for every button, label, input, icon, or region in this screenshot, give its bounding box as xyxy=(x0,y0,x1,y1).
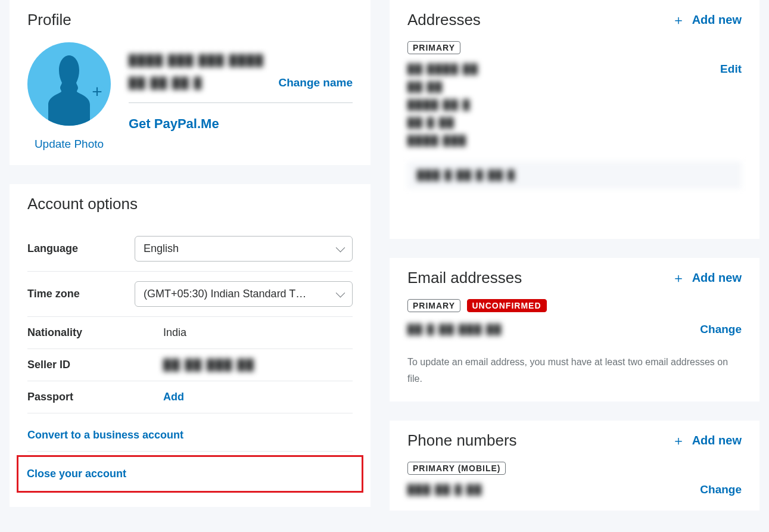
profile-heading: Profile xyxy=(27,11,353,29)
timezone-row: Time zone (GMT+05:30) Indian Standard T… xyxy=(27,272,353,317)
address-line: ████ ██ █ xyxy=(407,96,720,114)
phone-value: ███ ██ █ ██ xyxy=(407,484,482,495)
close-account-highlight: Close your account xyxy=(17,455,363,493)
plus-icon: ＋ xyxy=(672,11,685,29)
avatar[interactable]: + xyxy=(27,42,111,126)
address-edit-link[interactable]: Edit xyxy=(720,60,742,78)
phone-change-link[interactable]: Change xyxy=(700,483,742,496)
phone-primary-mobile-badge: PRIMARY (MOBILE) xyxy=(407,462,506,475)
passport-label: Passport xyxy=(27,391,135,403)
avatar-plus-icon[interactable]: + xyxy=(89,84,105,99)
timezone-select[interactable]: (GMT+05:30) Indian Standard T… xyxy=(135,281,353,307)
addresses-card: Addresses ＋ Add new PRIMARY ██ ████ ██ █… xyxy=(390,0,759,239)
email-unconfirmed-badge: UNCONFIRMED xyxy=(467,299,547,312)
add-new-label: Add new xyxy=(692,434,742,447)
get-paypalme-link[interactable]: Get PayPal.Me xyxy=(129,116,353,132)
address-line: ██ ████ ██ xyxy=(407,60,720,78)
convert-business-link[interactable]: Convert to a business account xyxy=(27,419,353,452)
plus-icon: ＋ xyxy=(672,432,685,450)
account-options-card: Account options Language English Time zo… xyxy=(10,184,371,507)
seller-id-label: Seller ID xyxy=(27,359,135,371)
nationality-row: Nationality India xyxy=(27,317,353,349)
add-new-label: Add new xyxy=(692,271,742,285)
seller-id-value: ██ ██ ███ ██ xyxy=(135,359,353,371)
address-line: ██ ██ xyxy=(407,78,720,96)
email-value: ██ █ ██ ███ ██ xyxy=(407,324,502,335)
addresses-heading: Addresses xyxy=(407,11,481,29)
phones-heading: Phone numbers xyxy=(407,431,517,450)
address-line: ████ ███ xyxy=(407,132,720,150)
address-line: ██ █ ██ xyxy=(407,114,720,132)
nationality-label: Nationality xyxy=(27,326,135,339)
add-new-label: Add new xyxy=(692,13,742,27)
phones-add-new[interactable]: ＋ Add new xyxy=(672,432,742,450)
passport-row: Passport Add xyxy=(27,381,353,413)
account-options-heading: Account options xyxy=(27,195,353,213)
emails-card: Email addresses ＋ Add new PRIMARY UNCONF… xyxy=(390,258,759,402)
seller-id-row: Seller ID ██ ██ ███ ██ xyxy=(27,349,353,381)
timezone-label: Time zone xyxy=(27,288,135,300)
nationality-value: India xyxy=(135,326,353,339)
addresses-add-new[interactable]: ＋ Add new xyxy=(672,11,742,29)
language-select[interactable]: English xyxy=(135,236,353,262)
passport-add-link[interactable]: Add xyxy=(135,391,184,403)
language-row: Language English xyxy=(27,226,353,272)
profile-card: Profile + Update Photo ████ ███ ███ ████… xyxy=(10,0,371,165)
emails-add-new[interactable]: ＋ Add new xyxy=(672,269,742,287)
change-name-link[interactable]: Change name xyxy=(278,76,353,89)
email-change-link[interactable]: Change xyxy=(700,323,742,336)
profile-name-line1: ████ ███ ███ ████ xyxy=(129,54,353,67)
address-primary-badge: PRIMARY xyxy=(407,41,460,54)
profile-name-line2: ██ ██ ██ █ xyxy=(129,77,272,89)
emails-heading: Email addresses xyxy=(407,269,522,287)
address-footer: ███ █ ██ █ ██ █ xyxy=(407,161,742,189)
update-photo-link[interactable]: Update Photo xyxy=(35,138,104,151)
close-account-link[interactable]: Close your account xyxy=(27,468,353,480)
email-info-text: To update an email address, you must hav… xyxy=(407,354,742,387)
plus-icon: ＋ xyxy=(672,269,685,287)
language-label: Language xyxy=(27,242,135,255)
email-primary-badge: PRIMARY xyxy=(407,299,460,312)
phones-card: Phone numbers ＋ Add new PRIMARY (MOBILE)… xyxy=(390,421,759,511)
